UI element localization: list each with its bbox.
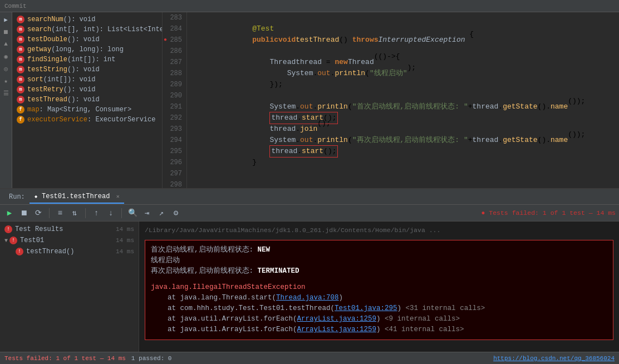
- exception-title: java.lang.IllegalThreadStateException: [151, 282, 607, 293]
- stack-line-4: at java.util.ArrayList.forEach(ArrayList…: [151, 324, 607, 335]
- panel-content: ! Test Results 14 ms ▼ ! Test01 14 ms ! …: [0, 222, 619, 352]
- sidebar-icon-orange: f: [17, 106, 24, 114]
- left-icon-up[interactable]: ▲: [1, 39, 11, 49]
- panel-tabs: Run: ⬥ Test01.testThread ✕: [0, 189, 619, 205]
- left-icon-star[interactable]: ★: [1, 76, 11, 86]
- sidebar-item-findsingle[interactable]: m findSingle(int[]): int: [12, 55, 162, 65]
- stack-link-4[interactable]: ArrayList.java:1259: [297, 326, 377, 333]
- sidebar-icon-red: m: [17, 16, 24, 23]
- toolbar-expand-btn[interactable]: ⇅: [68, 207, 81, 219]
- test-item-testthread[interactable]: ! testThread() 14 ms: [0, 246, 139, 257]
- stack-link-2[interactable]: Test01.java:295: [335, 304, 397, 312]
- sidebar-method-name: findSingle: [27, 56, 67, 63]
- code-line-285: public void testThread() throws Interrup…: [191, 35, 615, 46]
- panel-toolbar: ▶ ⏹ ⟳ ≡ ⇅ ↑ ↓ 🔍 ⇥ ↗ ⚙ ● Tests failed: 1 …: [0, 205, 619, 222]
- tab-test-thread[interactable]: ⬥ Test01.testThread ✕: [30, 190, 124, 204]
- left-icon-play[interactable]: ▶: [1, 14, 11, 24]
- code-line-289: });: [191, 79, 615, 90]
- toolbar-filter-btn[interactable]: ≡: [54, 207, 66, 219]
- code-editor: 283 284 285 ● 286 287 288 289 290 291 29…: [163, 12, 619, 188]
- tab-run[interactable]: Run:: [4, 191, 30, 203]
- sidebar-item-testretry[interactable]: m testRetry(): void: [12, 85, 162, 95]
- sidebar-method-name: searchNum: [27, 16, 63, 23]
- testthread-time: 14 ms: [116, 248, 134, 255]
- left-icon-menu[interactable]: ☰: [1, 88, 11, 98]
- sidebar-item-executor[interactable]: f executorService: ExecutorService: [12, 115, 162, 125]
- sidebar-item-search[interactable]: m search(int[], int): List<List<Integer: [12, 24, 162, 35]
- line-numbers: 283 284 285 ● 286 287 288 289 290 291 29…: [163, 12, 187, 188]
- top-bar-label: Commit: [4, 3, 27, 9]
- sidebar-method-name: testThread: [27, 96, 67, 104]
- chevron-icon: ▼: [4, 238, 8, 244]
- sidebar-field-name: map: [27, 106, 40, 114]
- left-icon-ring[interactable]: ◎: [1, 63, 11, 73]
- sidebar-icon-red: m: [17, 76, 24, 83]
- sidebar-field-name: executorService: [27, 116, 87, 124]
- output-line-2: 线程启动: [151, 255, 607, 266]
- code-line-284: @Test: [191, 23, 615, 35]
- toolbar-settings-btn[interactable]: ⚙: [170, 207, 182, 219]
- toolbar-search-btn[interactable]: 🔍: [126, 207, 139, 219]
- left-icon-circle[interactable]: ◉: [1, 51, 11, 61]
- left-icon-stop[interactable]: ⏹: [1, 27, 11, 37]
- stack-link-3[interactable]: ArrayList.java:1259: [297, 315, 377, 323]
- test01-time: 14 ms: [116, 237, 134, 244]
- status-url[interactable]: https://blog.csdn.net/qq_36856024: [493, 355, 615, 362]
- sidebar-item-testdouble[interactable]: m testDouble(): void: [12, 35, 162, 45]
- toolbar-play-btn[interactable]: ▶: [3, 207, 16, 219]
- sidebar-item-teststring[interactable]: m testString(): void: [12, 65, 162, 75]
- sidebar-method-name: testString: [27, 66, 67, 73]
- stack-line-3: at java.util.ArrayList.forEach(ArrayList…: [151, 314, 607, 324]
- sidebar-item-searchnum[interactable]: m searchNum(): void: [12, 14, 162, 24]
- testthread-label: testThread(): [26, 248, 74, 255]
- sidebar-method-name: sort: [27, 76, 43, 83]
- sidebar-icon-orange: f: [17, 116, 24, 124]
- status-bar: Tests failed: 1 of 1 test — 14 ms 1 pass…: [0, 352, 619, 364]
- stack-line-2: at com.hhh.study.Test.Test01.testThread(…: [151, 303, 607, 314]
- sidebar-method-name: search: [27, 26, 51, 33]
- bottom-panel: Run: ⬥ Test01.testThread ✕ ▶ ⏹ ⟳ ≡ ⇅ ↑ ↓…: [0, 188, 619, 352]
- sidebar-icon-red: m: [17, 26, 24, 33]
- test-fail-icon: !: [4, 225, 12, 233]
- toolbar-up-btn[interactable]: ↑: [90, 207, 102, 219]
- code-line-296: }: [191, 157, 615, 168]
- sidebar-item-sort[interactable]: m sort(int[]): void: [12, 75, 162, 85]
- output-line-3: 再次启动线程,启动前线程状态: TERMINATED: [151, 266, 607, 277]
- test-results-header[interactable]: ! Test Results 14 ms: [0, 224, 139, 235]
- sidebar-icon-red: m: [17, 86, 24, 94]
- test01-label: Test01: [20, 237, 44, 244]
- toolbar-sep-2: [85, 208, 86, 218]
- toolbar-rerun-btn[interactable]: ⟳: [32, 207, 45, 219]
- stack-link-1[interactable]: Thread.java:708: [276, 294, 339, 302]
- sidebar-method-name: testRetry: [27, 86, 63, 94]
- toolbar-export-btn[interactable]: ⇥: [141, 207, 153, 219]
- sidebar-method-name: getway: [27, 46, 51, 53]
- sidebar-item-testthread[interactable]: m testThread(): void: [12, 95, 162, 105]
- sidebar-item-getway[interactable]: m getway(long, long): long: [12, 45, 162, 55]
- sidebar-icon-red: m: [17, 96, 24, 104]
- tab-close-button[interactable]: ✕: [116, 194, 120, 200]
- tab-label-text: ⬥ Test01.testThread: [34, 193, 110, 200]
- sidebar-icon-red: m: [17, 46, 24, 53]
- output-line-1: 首次启动线程,启动前线程状态: NEW: [151, 245, 607, 255]
- status-fail-text: Tests failed: 1 of 1 test — 14 ms: [4, 355, 126, 362]
- toolbar-sep-1: [49, 208, 50, 218]
- status-pass-text: 1 passed: 0: [131, 355, 172, 362]
- output-panel: /Library/Java/JavaVirtualMachines/jdk1.8…: [139, 222, 619, 352]
- toolbar-sep-3: [121, 208, 122, 218]
- stack-line-1: at java.lang.Thread.start(Thread.java:70…: [151, 293, 607, 303]
- toolbar-stop-btn[interactable]: ⏹: [18, 207, 30, 219]
- toolbar-open-btn[interactable]: ↗: [155, 207, 168, 219]
- output-path-line: /Library/Java/JavaVirtualMachines/jdk1.8…: [145, 225, 613, 235]
- sidebar-item-map[interactable]: f map: Map<String, Consumer>: [12, 105, 162, 115]
- sidebar-icon-red: m: [17, 66, 24, 73]
- test-tree: ! Test Results 14 ms ▼ ! Test01 14 ms ! …: [0, 222, 139, 352]
- test01-fail-icon: !: [9, 237, 17, 244]
- sidebar-icon-red: m: [17, 56, 24, 63]
- testthread-fail-icon: !: [16, 248, 23, 255]
- sidebar-method-name: testDouble: [27, 36, 67, 43]
- test-results-time: 14 ms: [116, 226, 134, 233]
- test-item-test01[interactable]: ▼ ! Test01 14 ms: [0, 235, 139, 246]
- exception-box: 首次启动线程,启动前线程状态: NEW 线程启动 再次启动线程,启动前线程状态:…: [145, 240, 613, 340]
- toolbar-down-btn[interactable]: ↓: [105, 207, 117, 219]
